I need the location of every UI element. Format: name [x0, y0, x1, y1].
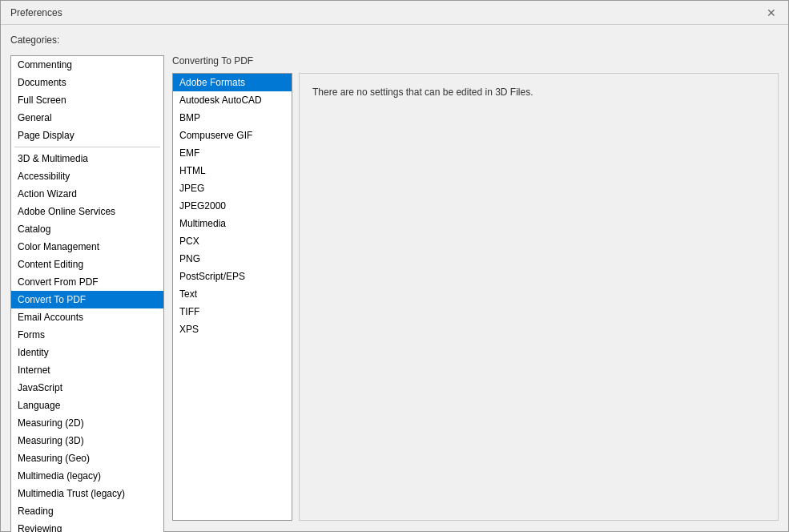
categories-label: Categories: [10, 34, 779, 46]
edit-settings-row: Edit Settings... [172, 527, 779, 532]
categories-item[interactable]: Color Management [11, 238, 163, 256]
format-item[interactable]: HTML [173, 162, 292, 179]
preferences-dialog: Preferences ✕ Categories: CommentingDocu… [0, 0, 789, 532]
categories-item[interactable]: Action Wizard [11, 185, 163, 203]
categories-item[interactable]: Language [11, 397, 163, 414]
categories-item[interactable]: Full Screen [11, 91, 163, 109]
categories-item[interactable]: 3D & Multimedia [11, 150, 163, 167]
format-item[interactable]: PCX [173, 232, 292, 250]
content-area: Adobe FormatsAutodesk AutoCADBMPCompuser… [172, 73, 779, 521]
categories-item[interactable]: Email Accounts [11, 308, 163, 326]
categories-item[interactable]: Page Display [11, 127, 163, 144]
categories-item[interactable]: Commenting [11, 56, 163, 74]
categories-item[interactable]: Adobe Online Services [11, 203, 163, 220]
categories-item[interactable]: Reading [11, 502, 163, 520]
categories-item[interactable]: Identity [11, 344, 163, 361]
format-item[interactable]: PNG [173, 250, 292, 268]
close-button[interactable]: ✕ [764, 6, 779, 20]
format-item[interactable]: Adobe Formats [173, 74, 292, 91]
categories-item[interactable]: Measuring (Geo) [11, 449, 163, 467]
categories-item[interactable]: Documents [11, 74, 163, 91]
categories-item[interactable]: Catalog [11, 220, 163, 238]
format-item[interactable]: Compuserve GIF [173, 127, 292, 144]
categories-item[interactable]: Multimedia (legacy) [11, 467, 163, 485]
no-settings-text: There are no settings that can be edited… [312, 87, 533, 98]
format-listbox[interactable]: Adobe FormatsAutodesk AutoCADBMPCompuser… [172, 73, 292, 521]
categories-listbox[interactable]: CommentingDocumentsFull ScreenGeneralPag… [10, 55, 164, 532]
format-item[interactable]: BMP [173, 109, 292, 127]
categories-item[interactable]: Convert From PDF [11, 273, 163, 291]
right-panel: Converting To PDF Adobe FormatsAutodesk … [172, 55, 779, 532]
converting-label: Converting To PDF [172, 55, 779, 66]
title-bar: Preferences ✕ [1, 1, 788, 25]
format-item[interactable]: Autodesk AutoCAD [173, 91, 292, 109]
categories-item[interactable]: Multimedia Trust (legacy) [11, 485, 163, 502]
format-item[interactable]: PostScript/EPS [173, 268, 292, 285]
categories-item[interactable]: Forms [11, 326, 163, 344]
categories-item[interactable]: General [11, 109, 163, 127]
dialog-body: Categories: CommentingDocumentsFull Scre… [1, 25, 788, 532]
categories-item[interactable]: Reviewing [11, 520, 163, 532]
main-content: CommentingDocumentsFull ScreenGeneralPag… [10, 55, 779, 532]
categories-item[interactable]: Accessibility [11, 167, 163, 185]
settings-panel: There are no settings that can be edited… [299, 73, 779, 521]
dialog-title: Preferences [10, 7, 62, 18]
format-item[interactable]: Text [173, 285, 292, 303]
format-item[interactable]: Multimedia [173, 215, 292, 232]
categories-item[interactable]: Measuring (3D) [11, 432, 163, 449]
format-item[interactable]: XPS [173, 320, 292, 338]
format-item[interactable]: TIFF [173, 303, 292, 320]
categories-item[interactable]: Internet [11, 361, 163, 379]
categories-item[interactable]: Content Editing [11, 256, 163, 273]
left-panel: CommentingDocumentsFull ScreenGeneralPag… [10, 55, 164, 532]
categories-item[interactable]: JavaScript [11, 379, 163, 397]
format-item[interactable]: JPEG [173, 179, 292, 197]
format-item[interactable]: JPEG2000 [173, 197, 292, 215]
categories-item[interactable]: Convert To PDF [11, 291, 163, 308]
format-item[interactable]: EMF [173, 144, 292, 162]
categories-item[interactable]: Measuring (2D) [11, 414, 163, 432]
